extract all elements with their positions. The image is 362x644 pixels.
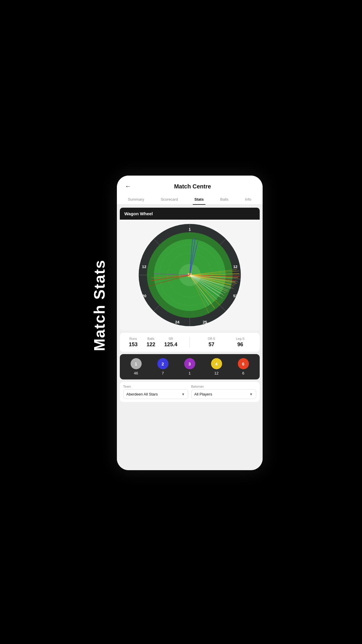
svg-text:20: 20 xyxy=(142,294,146,298)
stats-left: Runs 153 Balls 122 SR 125.4 xyxy=(124,337,187,348)
legend-item-3: 3 1 xyxy=(184,358,195,375)
sr-label: SR xyxy=(164,337,178,340)
legend-item-4: 4 12 xyxy=(211,358,222,375)
legend-circle-1: 1 xyxy=(131,358,142,369)
batsman-dropdown-group: Batsman All Players ▼ xyxy=(191,385,256,399)
legs-value: 96 xyxy=(236,342,244,348)
tab-scorecard[interactable]: Scorecard xyxy=(159,194,180,204)
stat-runs: Runs 153 xyxy=(129,337,138,348)
legend-item-1: 1 46 xyxy=(131,358,142,375)
header: ← Match Centre xyxy=(117,176,263,194)
legend-count-6: 6 xyxy=(242,371,244,375)
legend-count-2: 7 xyxy=(162,371,164,375)
wagon-wheel-header: Wagon Wheel xyxy=(120,208,260,220)
runs-label: Runs xyxy=(129,337,138,340)
svg-text:12: 12 xyxy=(233,265,237,269)
tab-summary[interactable]: Summary xyxy=(126,194,146,204)
legend-circle-6: 6 xyxy=(238,358,249,369)
wagon-wheel-section: Wagon Wheel xyxy=(120,208,260,330)
tab-info[interactable]: Info xyxy=(243,194,253,204)
stat-legs: Leg-S 96 xyxy=(236,337,244,348)
svg-text:24: 24 xyxy=(175,320,179,324)
team-dropdown-arrow: ▼ xyxy=(182,392,185,396)
stats-row: Runs 153 Balls 122 SR 125.4 Off-S xyxy=(120,333,260,352)
offs-value: 57 xyxy=(208,342,215,348)
tab-stats[interactable]: Stats xyxy=(193,194,205,204)
offs-label: Off-S xyxy=(208,337,215,340)
legend-circle-2: 2 xyxy=(157,358,168,369)
legend-item-2: 2 7 xyxy=(157,358,168,375)
batsman-label: Batsman xyxy=(191,385,256,388)
stats-right: Off-S 57 Leg-S 96 xyxy=(193,337,255,348)
balls-label: Balls xyxy=(147,337,155,340)
batsman-dropdown-arrow: ▼ xyxy=(249,392,253,396)
svg-text:12: 12 xyxy=(142,265,146,269)
stat-sr: SR 125.4 xyxy=(164,337,178,348)
back-button[interactable]: ← xyxy=(123,181,134,191)
svg-text:25: 25 xyxy=(203,320,207,324)
page-title: Match Centre xyxy=(137,183,248,190)
balls-value: 122 xyxy=(147,342,155,348)
stat-offs: Off-S 57 xyxy=(208,337,215,348)
team-dropdown[interactable]: Aberdeen All Stars ▼ xyxy=(123,389,188,399)
legend-circle-3: 3 xyxy=(184,358,195,369)
side-label: Match Stats xyxy=(91,293,108,351)
score-legend: 1 46 2 7 3 1 4 12 6 6 xyxy=(120,354,260,379)
legend-count-1: 46 xyxy=(134,371,138,375)
dropdowns-section: Team Aberdeen All Stars ▼ Batsman All Pl… xyxy=(120,382,260,402)
stat-divider xyxy=(189,337,190,348)
legend-circle-4: 4 xyxy=(211,358,222,369)
svg-text:1: 1 xyxy=(189,227,191,232)
legend-count-3: 1 xyxy=(189,371,191,375)
legend-item-6: 6 6 xyxy=(238,358,249,375)
stat-balls: Balls 122 xyxy=(147,337,155,348)
wagon-wheel-area: 1 6 12 12 20 53 24 25 xyxy=(120,220,260,330)
batsman-dropdown[interactable]: All Players ▼ xyxy=(191,389,256,399)
legs-label: Leg-S xyxy=(236,337,244,340)
phone-frame: ← Match Centre Summary Scorecard Stats B… xyxy=(117,176,263,470)
tabs-bar: Summary Scorecard Stats Balls Info xyxy=(117,194,263,205)
batsman-dropdown-value: All Players xyxy=(194,392,212,396)
tab-balls[interactable]: Balls xyxy=(219,194,230,204)
sr-value: 125.4 xyxy=(164,342,178,348)
legend-count-4: 12 xyxy=(214,371,218,375)
wagon-wheel-svg: 1 6 12 12 20 53 24 25 xyxy=(137,223,242,328)
team-dropdown-group: Team Aberdeen All Stars ▼ xyxy=(123,385,188,399)
team-label: Team xyxy=(123,385,188,388)
main-content: Wagon Wheel xyxy=(117,205,263,470)
svg-text:6: 6 xyxy=(215,227,217,232)
svg-text:53: 53 xyxy=(233,294,237,298)
runs-value: 153 xyxy=(129,342,138,348)
team-dropdown-value: Aberdeen All Stars xyxy=(126,392,158,396)
